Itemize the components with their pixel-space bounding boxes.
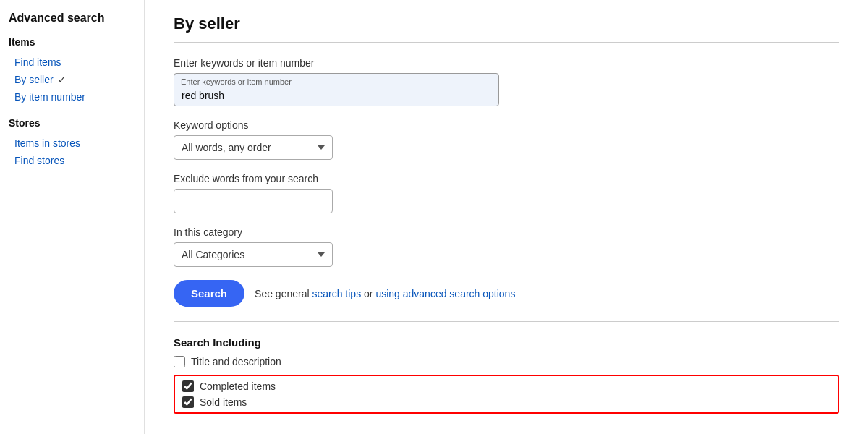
checkbox-completed-items[interactable]: Completed items bbox=[182, 380, 830, 392]
sidebar-item-items-in-stores[interactable]: Items in stores bbox=[9, 135, 135, 152]
search-including-section: Search Including Title and description C… bbox=[174, 336, 839, 414]
or-text: or bbox=[364, 288, 375, 299]
main-content: By seller Enter keywords or item number … bbox=[145, 0, 868, 434]
section-divider bbox=[174, 321, 839, 322]
page-title: By seller bbox=[174, 14, 839, 43]
search-tips-text: See general search tips or using advance… bbox=[255, 288, 515, 299]
checkbox-completed-items-label: Completed items bbox=[200, 380, 276, 392]
sidebar-stores-section: Stores bbox=[9, 117, 135, 129]
sidebar-item-find-items[interactable]: Find items bbox=[9, 54, 135, 71]
keyword-options-group: Keyword options All words, any order Any… bbox=[174, 119, 839, 160]
sidebar-title: Advanced search bbox=[9, 12, 135, 25]
search-including-title: Search Including bbox=[174, 336, 839, 349]
keyword-options-select[interactable]: All words, any order Any words Exact phr… bbox=[174, 135, 333, 160]
search-button[interactable]: Search bbox=[174, 280, 244, 307]
sidebar-item-by-item-number-label: By item number bbox=[14, 91, 85, 103]
keyword-options-label: Keyword options bbox=[174, 119, 839, 131]
exclude-words-input[interactable] bbox=[174, 189, 333, 213]
keyword-input-wrapper: Enter keywords or item number bbox=[174, 73, 499, 106]
sidebar-items-section: Items bbox=[9, 36, 135, 48]
checkbox-completed-items-input[interactable] bbox=[182, 380, 194, 392]
checkbox-title-description[interactable]: Title and description bbox=[174, 356, 839, 367]
checkbox-group: Title and description Completed items So… bbox=[174, 356, 839, 414]
active-checkmark: ✓ bbox=[58, 75, 66, 85]
checkbox-sold-items[interactable]: Sold items bbox=[182, 396, 830, 408]
checkbox-sold-items-label: Sold items bbox=[200, 396, 247, 408]
category-label: In this category bbox=[174, 226, 839, 238]
checkbox-sold-items-input[interactable] bbox=[182, 396, 194, 408]
keyword-label: Enter keywords or item number bbox=[174, 57, 839, 69]
search-tips-link[interactable]: search tips bbox=[312, 288, 361, 299]
checkbox-title-description-input[interactable] bbox=[174, 356, 185, 367]
keyword-group: Enter keywords or item number Enter keyw… bbox=[174, 57, 839, 106]
sidebar-item-find-stores-label: Find stores bbox=[14, 155, 64, 166]
sidebar-item-by-seller[interactable]: By seller ✓ bbox=[9, 71, 135, 88]
highlighted-checkboxes-box: Completed items Sold items bbox=[174, 375, 839, 414]
keyword-input[interactable] bbox=[174, 73, 499, 106]
exclude-words-group: Exclude words from your search bbox=[174, 173, 839, 213]
sidebar-item-find-stores[interactable]: Find stores bbox=[9, 152, 135, 169]
sidebar-item-by-seller-label: By seller bbox=[14, 74, 54, 85]
search-row: Search See general search tips or using … bbox=[174, 280, 839, 307]
sidebar: Advanced search Items Find items By sell… bbox=[0, 0, 145, 434]
advanced-options-link[interactable]: using advanced search options bbox=[375, 288, 515, 299]
category-group: In this category All Categories Antiques… bbox=[174, 226, 839, 267]
sidebar-item-find-items-label: Find items bbox=[14, 56, 61, 68]
exclude-words-label: Exclude words from your search bbox=[174, 173, 839, 184]
sidebar-item-by-item-number[interactable]: By item number bbox=[9, 88, 135, 106]
checkbox-title-description-label: Title and description bbox=[191, 356, 281, 367]
search-tips-prefix: See general bbox=[255, 288, 312, 299]
category-select[interactable]: All Categories Antiques Art Baby Books bbox=[174, 242, 333, 267]
sidebar-item-items-in-stores-label: Items in stores bbox=[14, 137, 80, 149]
